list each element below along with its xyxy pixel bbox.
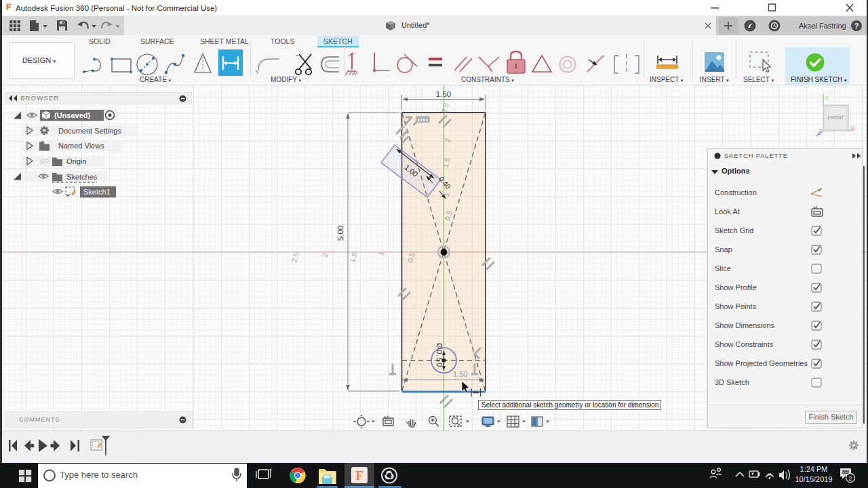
svg-text:(Unsaved): (Unsaved): [54, 111, 91, 119]
svg-text:Z: Z: [816, 128, 823, 136]
svg-text:FRONT: FRONT: [827, 115, 844, 120]
svg-text:Y: Y: [825, 95, 829, 102]
svg-text:1.5: 1.5: [348, 251, 358, 263]
svg-text:5.00: 5.00: [336, 226, 344, 241]
svg-text:2: 2: [320, 252, 329, 258]
svg-text:Named Views: Named Views: [58, 142, 104, 150]
svg-text:F: F: [356, 469, 363, 483]
svg-text:Document Settings: Document Settings: [58, 127, 121, 135]
svg-text:2: 2: [848, 474, 852, 482]
svg-text:2.5: 2.5: [290, 251, 300, 263]
svg-text:?: ?: [854, 22, 859, 30]
svg-text:Sketches: Sketches: [66, 173, 98, 181]
svg-text:Sketch1: Sketch1: [83, 188, 111, 196]
svg-text:1: 1: [376, 251, 385, 257]
svg-text:Origin: Origin: [66, 157, 86, 165]
svg-text:X: X: [849, 125, 855, 133]
svg-text:1.50: 1.50: [436, 90, 451, 98]
svg-text:1.50: 1.50: [453, 370, 467, 378]
svg-text:Ø0.50: Ø0.50: [435, 343, 443, 367]
svg-text:2.5: 2.5: [439, 102, 450, 113]
